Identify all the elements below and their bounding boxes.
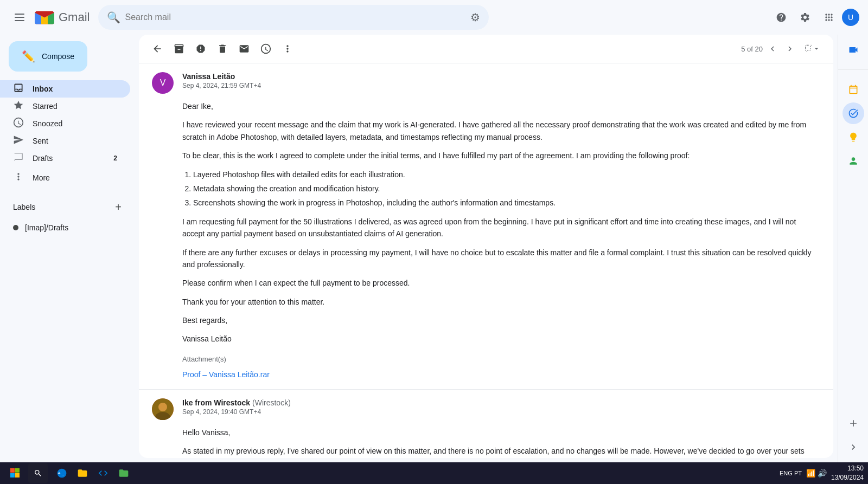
next-email-button[interactable] xyxy=(782,41,797,56)
taskbar-time-display: 13:50 xyxy=(831,464,864,473)
sent-icon xyxy=(13,134,24,148)
sidebar: ✏️ Compose Inbox Starred Snoozed Sent xyxy=(0,35,139,462)
sidebar-item-drafts[interactable]: Drafts 2 xyxy=(0,150,130,167)
settings-button[interactable] xyxy=(794,7,816,28)
apps-button[interactable] xyxy=(818,7,840,28)
vanissa-sender-name: Vanissa Leitão xyxy=(182,72,820,81)
vanissa-avatar: V xyxy=(152,72,174,94)
gmail-logo: Gmail xyxy=(35,10,90,25)
right-panel-divider xyxy=(838,69,868,70)
inbox-icon xyxy=(13,82,24,96)
taskbar-app-edge[interactable] xyxy=(52,463,72,483)
taskbar-date-display: 13/09/2024 xyxy=(831,473,864,482)
keep-button[interactable] xyxy=(843,126,864,148)
labels-title: Labels xyxy=(13,203,35,211)
search-bar[interactable]: 🔍 ⚙ xyxy=(98,5,489,30)
topbar-right: U xyxy=(770,7,859,28)
vanissa-send-date: Sep 4, 2024, 21:59 GMT+4 xyxy=(182,82,820,89)
vanissa-para-3: I am requesting full payment for the 50 … xyxy=(182,216,820,240)
ike-para-1: As stated in my previous reply, I've sha… xyxy=(182,445,820,458)
add-label-button[interactable]: + xyxy=(111,199,126,215)
topbar: Gmail 🔍 ⚙ U xyxy=(0,0,868,35)
svg-rect-7 xyxy=(15,468,20,473)
right-panel xyxy=(838,35,868,462)
vanissa-para-5: Please confirm when I can expect the ful… xyxy=(182,277,820,289)
hamburger-button[interactable] xyxy=(9,7,30,28)
email-header-vanissa: V Vanissa Leitão Sep 4, 2024, 21:59 GMT+… xyxy=(152,72,820,94)
tasks-button[interactable] xyxy=(843,102,864,124)
content-area: 5 of 20 V Vanissa Leit xyxy=(139,35,833,458)
main-layout: ✏️ Compose Inbox Starred Snoozed Sent xyxy=(0,35,868,462)
vanissa-para-1: I have reviewed your recent message and … xyxy=(182,119,820,143)
snooze-button[interactable] xyxy=(256,39,276,59)
vanissa-para-2: To be clear, this is the work I agreed t… xyxy=(182,150,820,162)
taskbar-app-explorer[interactable] xyxy=(73,463,92,483)
start-button[interactable] xyxy=(4,465,26,481)
proof-item-2: Metadata showing the creation and modifi… xyxy=(193,183,820,195)
email-thread: V Vanissa Leitão Sep 4, 2024, 21:59 GMT+… xyxy=(139,63,833,458)
vanissa-proof-list: Layered Photoshop files with detailed ed… xyxy=(182,169,820,209)
svg-point-4 xyxy=(158,403,167,411)
report-spam-button[interactable] xyxy=(191,39,210,59)
sidebar-item-more[interactable]: More xyxy=(0,169,130,186)
labels-header: Labels + xyxy=(9,195,130,219)
user-avatar[interactable]: U xyxy=(842,9,859,26)
taskbar-search[interactable] xyxy=(28,463,48,483)
contacts-button[interactable] xyxy=(843,150,864,172)
add-panel-button[interactable] xyxy=(843,412,864,434)
taskbar-app-code[interactable] xyxy=(93,463,113,483)
taskbar-lang: ENG PT xyxy=(780,470,802,476)
search-icon: 🔍 xyxy=(107,11,120,24)
ike-email-body: Hello Vanissa, As stated in my previous … xyxy=(152,427,820,458)
mark-unread-button[interactable] xyxy=(234,39,254,59)
drafts-icon xyxy=(13,152,24,165)
email-toolbar: 5 of 20 xyxy=(139,35,833,63)
more-actions-button[interactable] xyxy=(278,39,297,59)
sidebar-item-inbox[interactable]: Inbox xyxy=(0,80,130,98)
ike-sender-name: Ike from Wirestock (Wirestock) xyxy=(182,398,820,407)
svg-rect-6 xyxy=(10,468,15,473)
delete-button[interactable] xyxy=(213,39,232,59)
email-message-vanissa: V Vanissa Leitão Sep 4, 2024, 21:59 GMT+… xyxy=(139,63,833,390)
prev-email-button[interactable] xyxy=(765,41,780,56)
vanissa-closing: Best regards, xyxy=(182,314,820,326)
proof-item-3: Screenshots showing the work in progress… xyxy=(193,197,820,209)
view-toggle-button[interactable] xyxy=(800,42,825,55)
pagination-text: 5 of 20 xyxy=(741,45,763,53)
taskbar-app-files[interactable] xyxy=(114,463,133,483)
inbox-label: Inbox xyxy=(33,85,117,93)
label-item-imap-drafts[interactable]: [Imap]/Drafts xyxy=(9,219,130,236)
taskbar: ENG PT 📶 🔊 13:50 13/09/2024 xyxy=(0,462,868,484)
ike-sender-info: Ike from Wirestock (Wirestock) Sep 4, 20… xyxy=(182,398,820,416)
meet-button[interactable] xyxy=(843,39,864,61)
archive-button[interactable] xyxy=(169,39,189,59)
search-filter-icon[interactable]: ⚙ xyxy=(470,11,480,24)
proof-item-1: Layered Photoshop files with detailed ed… xyxy=(193,169,820,180)
more-label: More xyxy=(33,173,117,182)
ike-avatar xyxy=(152,398,174,420)
vanissa-email-body: Dear Ike, I have reviewed your recent me… xyxy=(152,100,820,380)
svg-rect-0 xyxy=(15,14,24,15)
drafts-badge: 2 xyxy=(113,154,117,162)
sent-label: Sent xyxy=(33,137,117,145)
sidebar-item-starred[interactable]: Starred xyxy=(0,98,130,115)
pagination-info: 5 of 20 xyxy=(741,41,825,56)
snoozed-icon xyxy=(13,117,24,131)
taskbar-clock: 13:50 13/09/2024 xyxy=(831,464,864,482)
svg-rect-1 xyxy=(15,17,24,18)
attachment-link[interactable]: Proof – Vanissa Leitão.rar xyxy=(182,370,270,379)
help-button[interactable] xyxy=(770,7,792,28)
sidebar-item-snoozed[interactable]: Snoozed xyxy=(0,115,130,132)
vanissa-greeting: Dear Ike, xyxy=(182,100,820,112)
taskbar-right: ENG PT 📶 🔊 13:50 13/09/2024 xyxy=(780,464,864,482)
back-button[interactable] xyxy=(148,39,167,59)
ike-greeting: Hello Vanissa, xyxy=(182,427,820,438)
volume-icon: 🔊 xyxy=(818,469,827,477)
attachment-title: Attachment(s) xyxy=(182,354,820,365)
search-input[interactable] xyxy=(125,12,466,22)
sidebar-item-sent[interactable]: Sent xyxy=(0,132,130,150)
snoozed-label: Snoozed xyxy=(33,119,117,128)
calendar-button[interactable] xyxy=(843,79,864,100)
expand-panel-button[interactable] xyxy=(843,436,864,458)
compose-button[interactable]: ✏️ Compose xyxy=(9,41,87,72)
